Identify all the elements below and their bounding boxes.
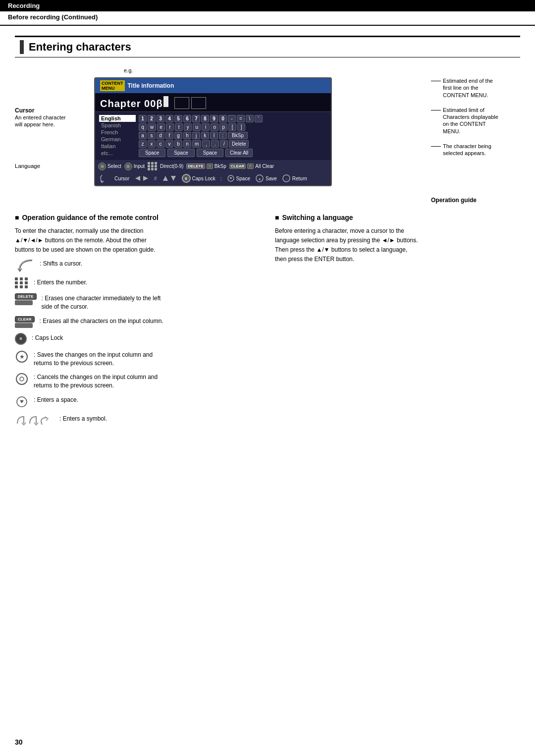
icon-row-symbol: : Enters a symbol. (15, 414, 260, 427)
key-p[interactable]: p (219, 123, 227, 131)
save-svg: ★ (15, 350, 29, 364)
svg-marker-1 (143, 176, 148, 181)
screen-input-area: Chapter 00β (95, 93, 331, 112)
key-comma[interactable]: , (202, 140, 210, 148)
key-m[interactable]: m (192, 140, 201, 148)
op-guide-strip2: Cursor # II Caps Lock : (95, 172, 331, 185)
subheader: Before recording (Continued) (0, 11, 535, 26)
key-n[interactable]: n (183, 140, 191, 148)
key-t[interactable]: t (175, 123, 183, 131)
op-caps-label: Caps Lock (192, 176, 215, 181)
key-v[interactable]: v (165, 140, 173, 148)
svg-marker-2 (163, 176, 168, 181)
key-rbracket[interactable]: ] (237, 123, 245, 131)
clear-btn-body (15, 323, 33, 328)
key-8[interactable]: 8 (201, 115, 209, 122)
op-space: Space (227, 175, 250, 182)
delete-desc: : Erases one character immediately to th… (42, 293, 161, 311)
lang-german[interactable]: German (99, 136, 136, 143)
key-r[interactable]: r (166, 123, 174, 131)
cursor-desc: An entered characterwill appear here. (15, 114, 94, 128)
key-bksp[interactable]: BkSp (228, 132, 248, 139)
key-6[interactable]: 6 (183, 115, 191, 122)
icon-row-save: ★ : Saves the changes on the input colum… (15, 350, 260, 368)
key-space-2[interactable]: Space (167, 149, 194, 157)
key-y[interactable]: y (184, 123, 192, 131)
key-slash[interactable]: / (220, 140, 228, 148)
key-9[interactable]: 9 (210, 115, 218, 122)
key-f[interactable]: f (165, 132, 173, 139)
lang-italian[interactable]: Italian (99, 143, 136, 150)
clear-icon: CLEAR (15, 316, 35, 328)
key-0[interactable]: 0 (219, 115, 227, 122)
space-circle-icon (227, 175, 235, 182)
curve-arrow-icon (15, 259, 35, 272)
key-b[interactable]: b (174, 140, 182, 148)
key-c[interactable]: c (157, 140, 164, 148)
more-arrows (162, 175, 177, 182)
delete-icon: DELETE (15, 293, 37, 305)
menu-badge: CONTENTMENU (100, 80, 125, 91)
key-space-1[interactable]: Space (139, 149, 165, 157)
key-1[interactable]: 1 (139, 115, 147, 122)
key-o[interactable]: o (211, 123, 218, 131)
key-quote[interactable]: ' (255, 115, 263, 122)
key-z[interactable]: z (139, 140, 147, 148)
key-delete[interactable]: Delete (229, 140, 249, 148)
key-4[interactable]: 4 (165, 115, 173, 122)
key-equals[interactable]: = (237, 115, 245, 122)
key-3[interactable]: 3 (157, 115, 164, 122)
key-i[interactable]: i (202, 123, 210, 131)
cursor-arrows-icon (98, 174, 113, 183)
right-annotations: Estimated end of thefirst line on theCON… (421, 67, 520, 204)
return-desc: : Cancels the changes on the input colum… (34, 372, 158, 390)
key-l[interactable]: l (210, 132, 218, 139)
key-space-3[interactable]: Space (197, 149, 223, 157)
key-minus[interactable]: - (228, 115, 236, 122)
key-d[interactable]: d (157, 132, 164, 139)
select-icon: ◎ (98, 162, 106, 170)
svg-marker-15 (20, 400, 24, 403)
cursor-label: Cursor (15, 107, 94, 114)
key-q[interactable]: q (139, 123, 147, 131)
key-x[interactable]: x (148, 140, 156, 148)
key-colon[interactable]: : (219, 132, 227, 139)
key-7[interactable]: 7 (192, 115, 200, 122)
key-e[interactable]: e (157, 123, 165, 131)
lang-etc[interactable]: etc... (99, 150, 136, 157)
qwerty-row: q w e r t y u i o p [ ] (139, 123, 327, 131)
op-guidance-desc: To enter the character, normally use the… (15, 226, 260, 255)
key-5[interactable]: 5 (174, 115, 182, 122)
lang-spanish[interactable]: Spanish (99, 122, 136, 129)
space-svg (15, 395, 29, 409)
page-number: 30 (15, 738, 23, 746)
right-col: Switching a language Before entering a c… (275, 214, 520, 432)
lang-english[interactable]: English (99, 115, 136, 122)
key-period[interactable]: . (211, 140, 219, 148)
op-direct-label: Direct(0-9) (160, 163, 183, 169)
key-s[interactable]: s (148, 132, 156, 139)
subheader-label: Before recording (Continued) (8, 13, 98, 21)
key-j[interactable]: j (192, 132, 200, 139)
eg-label: e.g. (124, 67, 133, 73)
section-title-bar: Entering characters (15, 36, 520, 57)
key-k[interactable]: k (201, 132, 209, 139)
op-colon: : (220, 176, 222, 181)
lang-french[interactable]: French (99, 129, 136, 136)
key-backslash[interactable]: \ (246, 115, 254, 122)
hash-symbol: # (154, 176, 157, 181)
key-lbracket[interactable]: [ (228, 123, 236, 131)
key-2[interactable]: 2 (148, 115, 156, 122)
key-g[interactable]: g (174, 132, 182, 139)
key-h[interactable]: h (183, 132, 191, 139)
key-w[interactable]: w (148, 123, 156, 131)
key-clear-all[interactable]: Clear All (225, 149, 253, 157)
key-u[interactable]: u (193, 123, 201, 131)
keyboard-area: English Spanish French German Italian et… (95, 112, 331, 160)
svg-marker-5 (229, 177, 232, 179)
icon-row-clear: CLEAR : Erases all the characters on the… (15, 316, 260, 328)
key-a[interactable]: a (139, 132, 147, 139)
input-icon: ◎ (124, 162, 132, 170)
op-cursor: Cursor (98, 174, 129, 183)
bksp-icon: ⎍ (207, 163, 213, 169)
